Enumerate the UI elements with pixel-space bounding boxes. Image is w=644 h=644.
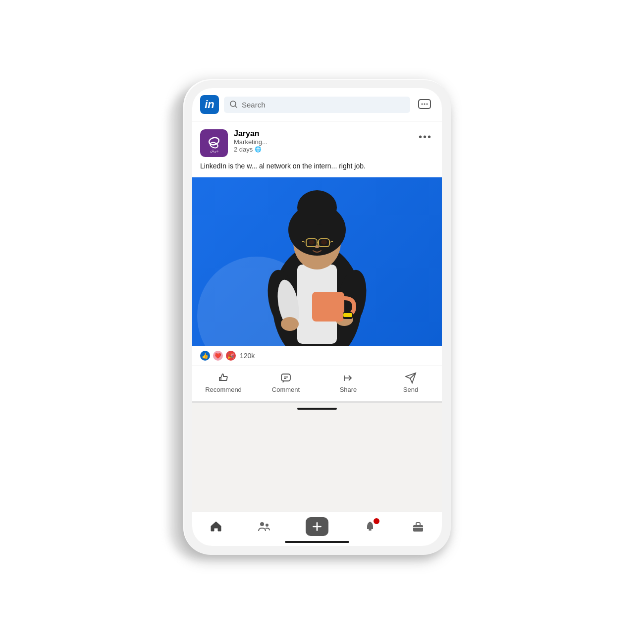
top-navigation: in Search bbox=[192, 88, 442, 121]
home-indicator bbox=[285, 541, 349, 543]
person-figure bbox=[253, 177, 381, 346]
nav-jobs[interactable] bbox=[412, 520, 425, 533]
feed: جریان Jaryan Marketing... 2 days 🌐 bbox=[192, 121, 442, 415]
like-reaction: 👍 bbox=[200, 351, 210, 361]
svg-line-1 bbox=[235, 106, 237, 108]
reactions-count: 120k bbox=[240, 352, 255, 360]
linkedin-logo-text: in bbox=[205, 98, 215, 111]
action-bar: Recommend Comment bbox=[192, 366, 442, 403]
send-icon bbox=[405, 372, 417, 384]
person-svg bbox=[253, 177, 381, 346]
add-post-icon bbox=[311, 520, 323, 533]
heart-reaction: ❤️ bbox=[213, 351, 223, 361]
company-avatar[interactable]: جریان bbox=[200, 129, 228, 157]
svg-rect-33 bbox=[281, 374, 290, 381]
svg-point-5 bbox=[427, 104, 428, 105]
svg-rect-42 bbox=[369, 529, 372, 531]
scroll-indicator bbox=[297, 408, 337, 410]
post-text: LinkedIn is the w... al network on the i… bbox=[192, 161, 442, 177]
comment-label: Comment bbox=[272, 386, 300, 393]
post-time: 2 days 🌐 bbox=[234, 146, 411, 153]
celebrate-reaction: 🎉 bbox=[226, 351, 236, 361]
nav-post[interactable] bbox=[306, 517, 328, 536]
comment-icon bbox=[280, 372, 292, 384]
svg-point-28 bbox=[321, 240, 327, 245]
linkedin-logo[interactable]: in bbox=[200, 95, 219, 114]
svg-point-15 bbox=[281, 317, 299, 331]
globe-icon: 🌐 bbox=[255, 146, 262, 153]
svg-rect-30 bbox=[345, 311, 351, 313]
nav-network[interactable] bbox=[258, 520, 270, 533]
search-icon bbox=[230, 101, 238, 108]
recommend-button[interactable]: Recommend bbox=[192, 368, 255, 397]
post-image bbox=[192, 177, 442, 346]
svg-point-4 bbox=[424, 104, 426, 105]
home-icon bbox=[210, 520, 222, 533]
post-card: جریان Jaryan Marketing... 2 days 🌐 bbox=[192, 121, 442, 415]
svg-point-3 bbox=[422, 104, 423, 105]
notification-badge bbox=[374, 518, 379, 524]
messaging-icon bbox=[418, 98, 431, 111]
post-meta: Jaryan Marketing... 2 days 🌐 bbox=[234, 129, 411, 153]
jobs-icon bbox=[412, 520, 425, 533]
share-button[interactable]: Share bbox=[317, 368, 379, 397]
svg-point-32 bbox=[315, 245, 319, 248]
bottom-navigation bbox=[192, 512, 442, 546]
share-label: Share bbox=[340, 386, 357, 393]
more-options-button[interactable]: ••• bbox=[417, 129, 434, 145]
svg-rect-43 bbox=[413, 525, 423, 532]
messaging-button[interactable] bbox=[415, 95, 434, 114]
nav-notifications[interactable] bbox=[364, 520, 376, 533]
comment-button[interactable]: Comment bbox=[255, 368, 317, 397]
svg-point-27 bbox=[309, 240, 315, 245]
recommend-icon bbox=[217, 372, 229, 384]
company-name[interactable]: Jaryan bbox=[234, 129, 411, 138]
company-logo-icon: جریان bbox=[203, 132, 225, 154]
network-icon bbox=[258, 520, 270, 533]
search-placeholder: Search bbox=[242, 101, 266, 109]
send-label: Send bbox=[403, 386, 418, 393]
post-header: جریان Jaryan Marketing... 2 days 🌐 bbox=[192, 121, 442, 161]
send-button[interactable]: Send bbox=[379, 368, 442, 397]
svg-point-39 bbox=[266, 524, 268, 527]
post-subtitle: Marketing... bbox=[234, 138, 411, 146]
reactions-bar: 👍 ❤️ 🎉 120k bbox=[192, 346, 442, 366]
svg-rect-31 bbox=[343, 313, 352, 317]
search-bar[interactable]: Search bbox=[224, 97, 410, 113]
svg-rect-17 bbox=[312, 292, 344, 322]
nav-home[interactable] bbox=[210, 520, 222, 533]
svg-text:جریان: جریان bbox=[210, 149, 218, 153]
share-icon bbox=[342, 372, 354, 384]
recommend-label: Recommend bbox=[205, 386, 242, 393]
svg-point-21 bbox=[297, 190, 337, 225]
svg-point-38 bbox=[260, 522, 264, 526]
